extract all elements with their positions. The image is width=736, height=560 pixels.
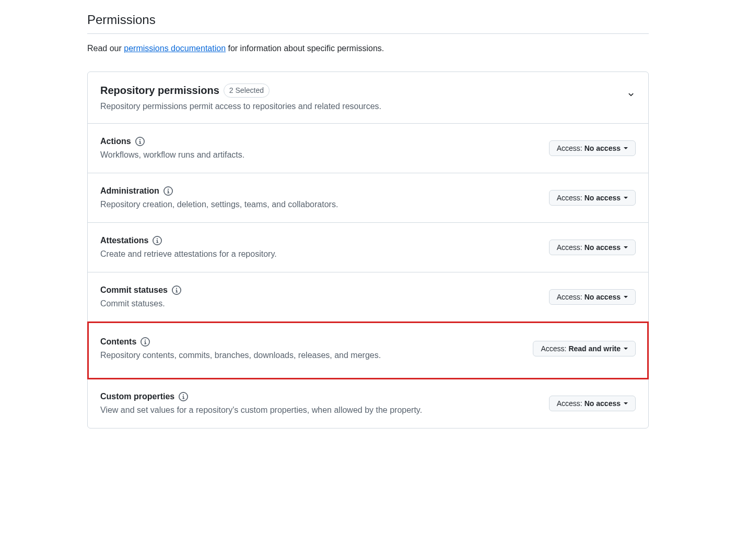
chevron-down-icon [626,90,636,102]
permission-description: Repository creation, deletion, settings,… [100,198,338,211]
access-label: Access: [541,344,566,353]
caret-down-icon [624,402,628,404]
access-label: Access: [557,243,582,252]
caret-down-icon [624,197,628,199]
intro-suffix: for information about specific permissio… [226,44,384,53]
permission-row: Commit statusesCommit statuses.Access: N… [88,272,648,322]
access-value: No access [585,194,621,202]
info-icon[interactable] [179,392,188,401]
permission-description: Commit statuses. [100,297,181,310]
permission-description: Workflows, workflow runs and artifacts. [100,149,244,161]
access-dropdown[interactable]: Access: Read and write [533,341,636,356]
permission-row: AdministrationRepository creation, delet… [88,173,648,223]
access-label: Access: [557,399,582,408]
access-dropdown[interactable]: Access: No access [549,396,636,411]
caret-down-icon [624,348,628,350]
selected-count-badge: 2 Selected [224,84,270,98]
info-icon[interactable] [153,236,162,245]
permission-row: ActionsWorkflows, workflow runs and arti… [88,124,648,173]
permission-title: Contents [100,336,136,348]
permission-title: Commit statuses [100,284,168,296]
permission-row: Custom propertiesView and set values for… [88,379,648,428]
caret-down-icon [624,147,628,149]
permission-row: ContentsRepository contents, commits, br… [88,322,648,379]
intro-text: Read our permissions documentation for i… [87,42,649,55]
permission-description: View and set values for a repository's c… [100,404,422,416]
permission-title: Attestations [100,234,148,247]
access-label: Access: [557,144,582,152]
access-label: Access: [557,293,582,301]
permission-title: Administration [100,185,159,197]
access-dropdown[interactable]: Access: No access [549,289,636,305]
access-dropdown[interactable]: Access: No access [549,240,636,255]
permission-row: AttestationsCreate and retrieve attestat… [88,223,648,272]
section-title: Repository permissions [100,82,219,98]
access-value: No access [585,144,621,152]
repository-permissions-header[interactable]: Repository permissions 2 Selected Reposi… [88,72,648,123]
access-value: Read and write [568,344,621,353]
permissions-doc-link[interactable]: permissions documentation [124,44,226,53]
permission-description: Create and retrieve attestations for a r… [100,248,277,260]
permission-list: ActionsWorkflows, workflow runs and arti… [88,123,648,428]
access-dropdown[interactable]: Access: No access [549,190,636,206]
intro-prefix: Read our [87,44,124,53]
info-icon[interactable] [172,285,181,295]
access-dropdown[interactable]: Access: No access [549,140,636,156]
permission-description: Repository contents, commits, branches, … [100,349,381,362]
page-title: Permissions [87,10,649,34]
access-value: No access [585,243,621,252]
caret-down-icon [624,246,628,248]
section-description: Repository permissions permit access to … [100,100,381,113]
access-label: Access: [557,194,582,202]
info-icon[interactable] [135,137,145,146]
permission-title: Custom properties [100,390,174,403]
caret-down-icon [624,296,628,298]
access-value: No access [585,293,621,301]
info-icon[interactable] [163,186,173,196]
repository-permissions-panel: Repository permissions 2 Selected Reposi… [87,72,649,428]
info-icon[interactable] [141,337,150,347]
access-value: No access [585,399,621,408]
permission-title: Actions [100,135,131,148]
